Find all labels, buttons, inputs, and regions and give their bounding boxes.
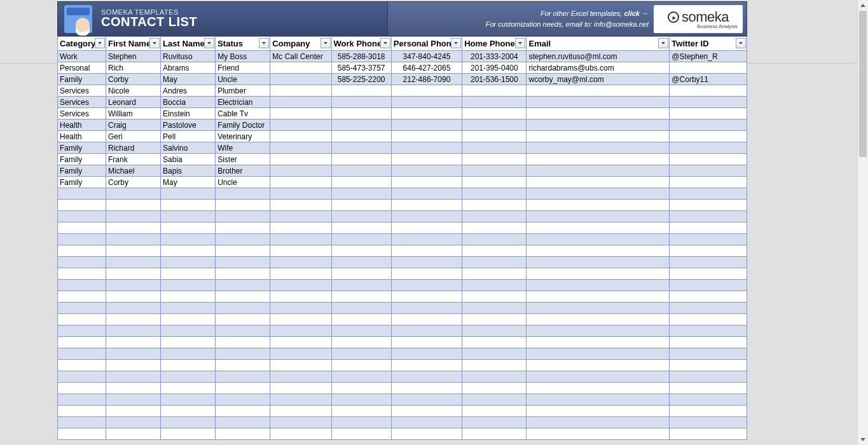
cell[interactable] xyxy=(106,303,160,314)
table-row[interactable]: FamilyMichaelBapisBrother xyxy=(58,165,747,177)
cell[interactable] xyxy=(462,177,527,188)
filter-dropdown-icon[interactable] xyxy=(736,38,746,48)
cell[interactable] xyxy=(527,325,670,337)
table-row[interactable] xyxy=(58,291,747,303)
column-header[interactable]: Status xyxy=(216,37,270,51)
cell[interactable] xyxy=(331,142,391,154)
table-row[interactable]: FamilyCorbyMayUncle xyxy=(58,177,747,188)
cell[interactable] xyxy=(670,291,747,303)
cell[interactable] xyxy=(527,200,670,211)
cell[interactable] xyxy=(527,257,670,268)
cell[interactable] xyxy=(670,406,747,417)
cell[interactable] xyxy=(670,142,747,154)
cell[interactable] xyxy=(106,360,160,371)
cell[interactable] xyxy=(391,325,462,337)
cell[interactable] xyxy=(58,406,106,417)
cell[interactable] xyxy=(527,291,670,303)
cell[interactable] xyxy=(216,417,270,428)
cell[interactable] xyxy=(58,314,106,325)
cell[interactable] xyxy=(161,406,216,417)
cell[interactable] xyxy=(106,314,160,325)
cell[interactable] xyxy=(462,280,527,291)
table-row[interactable] xyxy=(58,234,747,245)
cell[interactable]: 347-840-4245 xyxy=(391,51,462,62)
cell[interactable] xyxy=(270,142,331,154)
cell[interactable] xyxy=(331,268,391,280)
table-row[interactable] xyxy=(58,348,747,360)
cell[interactable] xyxy=(391,394,462,406)
cell[interactable] xyxy=(58,268,106,280)
cell[interactable] xyxy=(270,165,331,177)
column-header[interactable]: First Name xyxy=(106,37,160,51)
cell[interactable] xyxy=(216,222,270,234)
cell[interactable]: Abrams xyxy=(161,62,216,74)
cell[interactable] xyxy=(161,337,216,348)
cell[interactable] xyxy=(216,348,270,360)
cell[interactable] xyxy=(331,222,391,234)
cell[interactable] xyxy=(270,371,331,383)
cell[interactable]: Ruvituso xyxy=(161,51,216,62)
cell[interactable]: 585-225-2200 xyxy=(331,74,391,85)
cell[interactable] xyxy=(161,371,216,383)
vertical-scrollbar[interactable] xyxy=(857,0,868,445)
cell[interactable] xyxy=(391,97,462,108)
cell[interactable] xyxy=(331,85,391,97)
cell[interactable] xyxy=(391,142,462,154)
column-header[interactable]: Home Phone xyxy=(462,37,527,51)
cell[interactable] xyxy=(527,211,670,222)
cell[interactable] xyxy=(391,291,462,303)
filter-dropdown-icon[interactable] xyxy=(380,38,390,48)
cell[interactable] xyxy=(58,291,106,303)
cell[interactable] xyxy=(106,200,160,211)
cell[interactable] xyxy=(161,348,216,360)
cell[interactable] xyxy=(106,188,160,200)
cell[interactable] xyxy=(527,360,670,371)
cell[interactable]: 585-473-3757 xyxy=(331,62,391,74)
cell[interactable] xyxy=(161,325,216,337)
cell[interactable] xyxy=(106,371,160,383)
cell[interactable] xyxy=(331,383,391,394)
cell[interactable] xyxy=(331,245,391,257)
cell[interactable] xyxy=(670,234,747,245)
cell[interactable] xyxy=(462,406,527,417)
cell[interactable]: Family xyxy=(58,177,106,188)
cell[interactable] xyxy=(331,417,391,428)
cell[interactable] xyxy=(270,245,331,257)
cell[interactable] xyxy=(670,280,747,291)
cell[interactable] xyxy=(462,245,527,257)
cell[interactable] xyxy=(462,85,527,97)
column-header[interactable]: Personal Phone xyxy=(391,37,462,51)
cell[interactable] xyxy=(106,257,160,268)
cell[interactable] xyxy=(270,188,331,200)
cell[interactable] xyxy=(58,303,106,314)
cell[interactable] xyxy=(270,74,331,85)
cell[interactable]: Boccia xyxy=(161,97,216,108)
cell[interactable] xyxy=(670,257,747,268)
cell[interactable]: Stephen xyxy=(106,51,160,62)
filter-dropdown-icon[interactable] xyxy=(658,38,668,48)
cell[interactable] xyxy=(270,120,331,131)
cell[interactable] xyxy=(527,245,670,257)
cell[interactable]: Mc Call Center xyxy=(270,51,331,62)
cell[interactable]: Veterinary xyxy=(216,131,270,142)
cell[interactable] xyxy=(670,383,747,394)
cell[interactable]: Family Doctor xyxy=(216,120,270,131)
table-row[interactable] xyxy=(58,360,747,371)
cell[interactable] xyxy=(270,383,331,394)
cell[interactable] xyxy=(527,120,670,131)
cell[interactable] xyxy=(462,314,527,325)
cell[interactable] xyxy=(161,280,216,291)
scroll-thumb[interactable] xyxy=(859,11,867,157)
cell[interactable] xyxy=(527,234,670,245)
cell[interactable] xyxy=(462,371,527,383)
cell[interactable] xyxy=(462,268,527,280)
cell[interactable]: Health xyxy=(58,120,106,131)
someka-logo[interactable]: someka Business Analysis xyxy=(654,5,743,33)
cell[interactable] xyxy=(391,154,462,165)
cell[interactable] xyxy=(270,222,331,234)
cell[interactable] xyxy=(216,268,270,280)
cell[interactable] xyxy=(391,280,462,291)
cell[interactable] xyxy=(331,406,391,417)
cell[interactable] xyxy=(161,360,216,371)
cell[interactable] xyxy=(161,383,216,394)
